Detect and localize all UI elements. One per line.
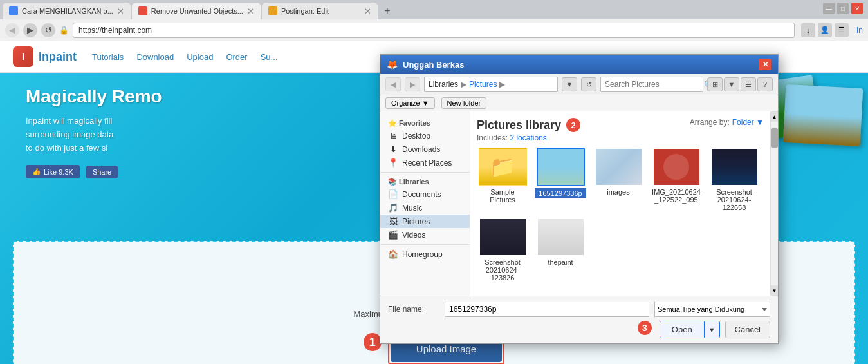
back-button[interactable]: ◀ (5, 23, 19, 37)
scroll-down-button[interactable]: ▼ (771, 285, 778, 296)
dialog-back-button[interactable]: ◀ (385, 77, 401, 91)
breadcrumb-libraries[interactable]: Libraries (429, 80, 458, 89)
view-btn-down[interactable]: ▼ (724, 77, 739, 91)
sidebar-documents[interactable]: 📄 Documents (380, 187, 470, 201)
file-thumb-img2021 (652, 148, 701, 186)
dialog-actions: 3 Open ▼ Cancel (388, 321, 770, 338)
inpaint-logo: I Inpaint (13, 46, 77, 67)
documents-icon: 📄 (388, 189, 398, 199)
tab-1[interactable]: Cara MENGHILANGKAN o... ✕ (3, 3, 131, 19)
sidebar-documents-label: Documents (402, 190, 441, 199)
ext-icon-2[interactable]: 👤 (818, 23, 832, 37)
tab-3[interactable]: Postingan: Edit ✕ (262, 3, 378, 19)
library-sub-text: Includes: (477, 133, 510, 142)
dialog-scrollbar: ▲ ▼ (770, 111, 778, 296)
tab-bar: Cara MENGHILANGKAN o... ✕ Remove Unwante… (0, 0, 868, 19)
file-item-thepaint[interactable]: thepaint (535, 218, 586, 282)
dialog-title: Unggah Berkas (403, 60, 753, 70)
like-button[interactable]: 👍 Like 9.3K (26, 165, 80, 178)
file-label-selected: 1651297336p (535, 188, 586, 198)
nav-upload[interactable]: Upload (187, 52, 213, 62)
search-input[interactable] (605, 80, 701, 89)
breadcrumb-bar: Libraries ▶ Pictures ▶ (424, 77, 558, 92)
scroll-up-button[interactable]: ▲ (771, 111, 778, 122)
file-grid: 📁 Sample Pictures 1651297336p (477, 148, 764, 211)
breadcrumb-dropdown-button[interactable]: ▼ (562, 77, 577, 91)
tab-close-2[interactable]: ✕ (247, 6, 254, 16)
nav-download[interactable]: Download (136, 52, 174, 62)
tab-close-1[interactable]: ✕ (117, 6, 124, 16)
forward-button[interactable]: ▶ (23, 23, 37, 37)
sidebar-divider-1 (380, 172, 470, 173)
arrange-value[interactable]: Folder ▼ (732, 118, 764, 127)
cancel-button[interactable]: Cancel (725, 321, 770, 338)
sidebar-music[interactable]: 🎵 Music (380, 201, 470, 215)
breadcrumb-sep-1: ▶ (461, 80, 466, 89)
close-button[interactable]: ✕ (851, 3, 863, 14)
ext-icon-1[interactable]: ↓ (801, 23, 815, 37)
downloads-icon: ⬇ (388, 144, 398, 154)
file-item-img2021[interactable]: IMG_20210624_122522_095 (651, 148, 702, 211)
file-item-screenshot1[interactable]: Screenshot 20210624-122658 (708, 148, 760, 211)
help-btn[interactable]: ? (757, 77, 773, 91)
library-badge: 2 (566, 118, 580, 132)
window-controls: — □ ✕ (823, 3, 863, 14)
library-locations-link[interactable]: 2 locations (510, 133, 546, 142)
open-dropdown-button[interactable]: ▼ (705, 321, 719, 338)
library-sub: Includes: 2 locations (477, 133, 764, 142)
dialog-close-button[interactable]: ✕ (759, 59, 771, 70)
scroll-thumb[interactable] (771, 128, 778, 148)
sidebar-music-label: Music (402, 204, 422, 213)
libraries-section: 📚 Libraries 📄 Documents 🎵 Music 🖼 (380, 175, 470, 242)
refresh-button[interactable]: ↺ (41, 23, 55, 37)
file-thumb-screenshot2 (479, 218, 527, 256)
new-folder-button[interactable]: New folder (441, 97, 487, 109)
url-text: https://theinpaint.com (78, 26, 152, 35)
file-item-screenshot2[interactable]: Screenshot 20210624-123826 (477, 218, 528, 282)
libraries-header: 📚 Libraries (380, 175, 470, 187)
view-btn-list[interactable]: ☰ (741, 77, 756, 91)
sidebar-homegroup-label: Homegroup (402, 250, 443, 259)
share-button[interactable]: Share (86, 166, 118, 178)
organize-button[interactable]: Organize ▼ (385, 97, 435, 109)
sidebar-videos[interactable]: 🎬 Videos (380, 228, 470, 242)
pictures-icon: 🖼 (388, 216, 398, 226)
filename-input[interactable] (445, 302, 649, 317)
open-button[interactable]: Open (660, 321, 705, 338)
dialog-forward-button[interactable]: ▶ (405, 77, 420, 91)
dialog-bottom: File name: Semua Tipe yang Didukung 3 Op… (380, 296, 778, 343)
ext-icon-3[interactable]: ☰ (835, 23, 849, 37)
maximize-button[interactable]: □ (837, 3, 849, 14)
sidebar-desktop[interactable]: 🖥 Desktop (380, 129, 470, 142)
sign-in-button[interactable]: In (856, 26, 863, 35)
dialog-sub-toolbar: Organize ▼ New folder (380, 95, 778, 111)
filetype-select[interactable]: Semua Tipe yang Didukung (654, 302, 770, 317)
file-grid-area: Pictures library 2 Includes: 2 locations… (470, 111, 770, 296)
search-box: 🔍 (600, 77, 703, 92)
videos-icon: 🎬 (388, 230, 398, 240)
tab-close-3[interactable]: ✕ (364, 6, 371, 16)
nav-order[interactable]: Order (226, 52, 247, 62)
folder-thumb-1: 📁 (479, 148, 527, 186)
minimize-button[interactable]: — (823, 3, 835, 14)
new-tab-button[interactable]: + (379, 3, 396, 19)
sidebar-downloads[interactable]: ⬇ Downloads (380, 142, 470, 156)
nav-su[interactable]: Su... (261, 52, 278, 62)
file-item-1651297336p[interactable]: 1651297336p (535, 148, 586, 211)
tab-2[interactable]: Remove Unwanted Objects... ✕ (132, 3, 261, 19)
open-button-group: Open ▼ (660, 321, 720, 338)
file-grid-row2: Screenshot 20210624-123826 thepaint (477, 218, 764, 282)
view-btn-grid[interactable]: ⊞ (707, 77, 723, 91)
breadcrumb-pictures[interactable]: Pictures (469, 80, 497, 89)
file-item-images[interactable]: images (593, 148, 644, 211)
logo-icon: I (13, 46, 33, 67)
sidebar-recent[interactable]: 📍 Recent Places (380, 156, 470, 169)
refresh-location-button[interactable]: ↺ (581, 77, 596, 91)
file-item-sample-pictures[interactable]: 📁 Sample Pictures (477, 148, 528, 211)
sidebar-homegroup[interactable]: 🏠 Homegroup (380, 247, 470, 261)
url-box[interactable]: https://theinpaint.com (73, 23, 795, 38)
browser-window: Cara MENGHILANGKAN o... ✕ Remove Unwante… (0, 0, 868, 364)
desktop-icon: 🖥 (388, 131, 398, 140)
sidebar-pictures[interactable]: 🖼 Pictures (380, 215, 470, 228)
nav-tutorials[interactable]: Tutorials (92, 52, 124, 62)
